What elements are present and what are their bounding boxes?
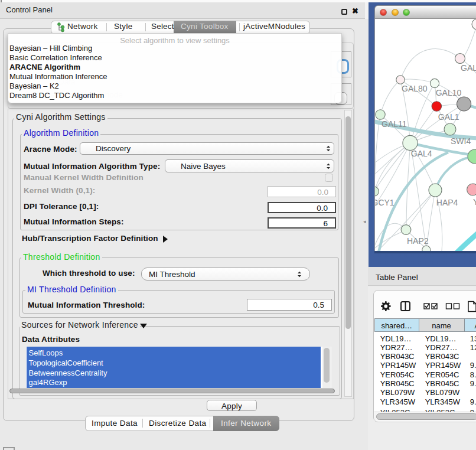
svg-text:GAL10: GAL10 [436, 88, 462, 97]
svg-text:HAP2: HAP2 [407, 236, 429, 246]
svg-text:SWI4: SWI4 [451, 136, 471, 146]
svg-text:HAP4: HAP4 [436, 198, 458, 207]
svg-text:GAL1: GAL1 [438, 112, 459, 122]
svg-text:GAL11: GAL11 [382, 119, 407, 129]
svg-text:GCY1: GCY1 [375, 198, 395, 207]
svg-text:GAL4: GAL4 [411, 149, 432, 158]
svg-text:GAL7: GAL7 [461, 63, 476, 73]
svg-text:Y: Y [473, 197, 476, 207]
svg-text:GAL80: GAL80 [402, 84, 428, 93]
